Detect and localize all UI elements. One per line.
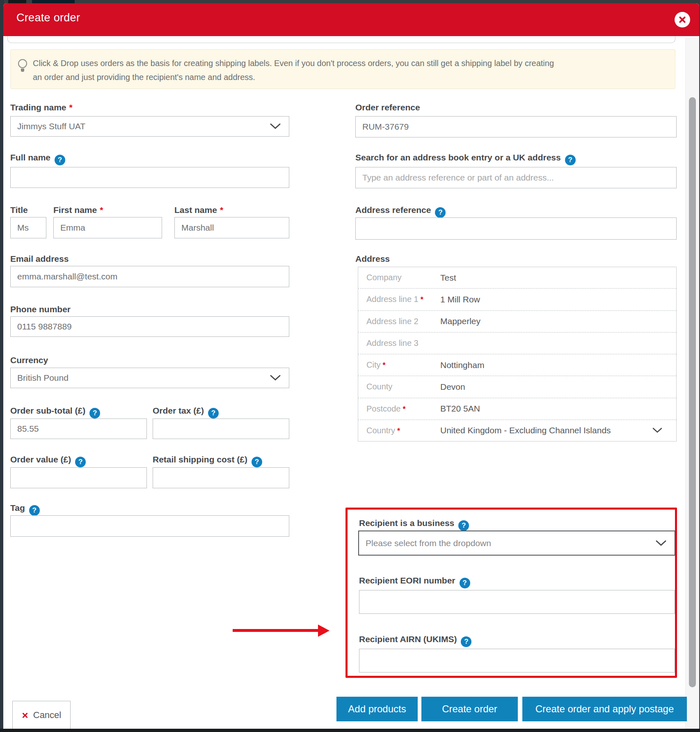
first-name-input[interactable] xyxy=(53,217,162,238)
help-icon[interactable]: ? xyxy=(565,155,576,165)
lightbulb-icon xyxy=(18,59,27,68)
info-banner xyxy=(10,49,675,89)
chevron-down-icon xyxy=(270,375,281,381)
tag-input[interactable] xyxy=(10,515,289,537)
order-value-label: Order value (£)? xyxy=(10,455,86,467)
order-subtotal-label: Order sub-total (£)? xyxy=(10,406,100,419)
address-row-postcode[interactable]: Postcode* BT20 5AN xyxy=(358,398,676,420)
recipient-eori-input[interactable] xyxy=(359,590,675,614)
create-order-button[interactable]: Create order xyxy=(421,697,518,721)
help-icon[interactable]: ? xyxy=(75,457,86,467)
order-tax-label: Order tax (£)? xyxy=(153,406,219,419)
add-products-button[interactable]: Add products xyxy=(336,697,418,721)
trading-name-value: Jimmys Stuff UAT xyxy=(17,121,85,131)
email-label: Email address xyxy=(10,254,69,264)
address-row-line1[interactable]: Address line 1* 1 Mill Row xyxy=(358,289,676,311)
cancel-x-icon xyxy=(22,712,28,718)
order-value-input[interactable] xyxy=(10,467,147,488)
close-button[interactable] xyxy=(675,12,690,27)
address-row-line3[interactable]: Address line 3 xyxy=(358,333,676,355)
modal-title: Create order xyxy=(16,11,80,24)
help-icon[interactable]: ? xyxy=(435,207,446,218)
email-input[interactable] xyxy=(10,266,289,287)
cancel-label: Cancel xyxy=(33,710,61,721)
modal-header xyxy=(3,3,699,36)
order-subtotal-input[interactable] xyxy=(10,419,147,439)
info-banner-text: Click & Drop uses orders as the basis fo… xyxy=(33,59,554,68)
create-order-screen: Create order Click & Drop uses orders as… xyxy=(0,0,700,732)
page-backdrop-bottom xyxy=(0,729,700,732)
recipient-business-select[interactable]: Please select from the dropdown xyxy=(358,531,675,556)
help-icon[interactable]: ? xyxy=(461,636,471,647)
help-icon[interactable]: ? xyxy=(252,457,262,467)
address-search-input[interactable] xyxy=(355,167,677,188)
chevron-down-icon xyxy=(652,428,662,433)
title-label: Title xyxy=(10,205,28,215)
address-row-country-select[interactable]: Country* United Kingdom - Excluding Chan… xyxy=(358,420,676,441)
address-box: Company Test Address line 1* 1 Mill Row … xyxy=(358,267,677,441)
recipient-business-label: Recipient is a business? xyxy=(359,518,469,531)
recipient-airn-input[interactable] xyxy=(359,649,675,673)
scrollbar-thumb[interactable] xyxy=(689,97,696,687)
currency-label: Currency xyxy=(10,355,48,365)
address-row-city[interactable]: City* Nottingham xyxy=(358,355,676,376)
help-icon[interactable]: ? xyxy=(89,408,100,419)
recipient-eori-label: Recipient EORI number? xyxy=(359,576,470,588)
address-reference-label: Address reference? xyxy=(355,205,446,218)
annotation-arrow-head xyxy=(318,624,329,637)
currency-select[interactable]: British Pound xyxy=(10,368,289,388)
help-icon[interactable]: ? xyxy=(460,578,470,588)
create-order-apply-postage-button[interactable]: Create order and apply postage xyxy=(522,697,687,721)
info-banner-text: an order and just providing the recipien… xyxy=(33,73,255,82)
address-row-county[interactable]: County Devon xyxy=(358,376,676,398)
full-name-input[interactable] xyxy=(10,167,289,188)
address-search-label: Search for an address book entry or a UK… xyxy=(355,153,576,165)
help-icon[interactable]: ? xyxy=(55,155,65,165)
retail-shipping-cost-label: Retail shipping cost (£)? xyxy=(153,455,262,467)
order-reference-input[interactable] xyxy=(355,116,677,137)
recipient-airn-label: Recipient AIRN (UKIMS)? xyxy=(359,634,471,647)
currency-value: British Pound xyxy=(17,373,69,383)
phone-label: Phone number xyxy=(10,304,71,314)
help-icon[interactable]: ? xyxy=(29,505,40,516)
full-name-label: Full name? xyxy=(10,153,65,165)
last-name-input[interactable] xyxy=(174,217,289,238)
first-name-label: First name* xyxy=(53,205,103,215)
chevron-down-icon xyxy=(270,124,281,130)
trading-name-select[interactable]: Jimmys Stuff UAT xyxy=(10,116,289,137)
retail-shipping-cost-input[interactable] xyxy=(153,467,289,488)
annotation-arrow xyxy=(233,629,320,632)
order-tax-input[interactable] xyxy=(153,419,289,439)
address-row-company[interactable]: Company Test xyxy=(358,267,676,289)
title-input[interactable] xyxy=(10,217,46,238)
tag-label: Tag? xyxy=(10,503,40,516)
scrolled-field-remnant xyxy=(7,36,675,43)
address-reference-input[interactable] xyxy=(355,217,677,240)
address-section-label: Address xyxy=(355,254,390,264)
trading-name-label: Trading name* xyxy=(10,103,73,112)
chevron-down-icon xyxy=(656,540,666,546)
help-icon[interactable]: ? xyxy=(208,408,219,419)
address-row-line2[interactable]: Address line 2 Mapperley xyxy=(358,311,676,333)
phone-input[interactable] xyxy=(10,316,289,337)
cancel-button[interactable]: Cancel xyxy=(12,701,71,730)
help-icon[interactable]: ? xyxy=(458,520,469,531)
last-name-label: Last name* xyxy=(174,205,223,215)
recipient-business-value: Please select from the dropdown xyxy=(366,538,491,548)
order-reference-label: Order reference xyxy=(355,103,420,112)
